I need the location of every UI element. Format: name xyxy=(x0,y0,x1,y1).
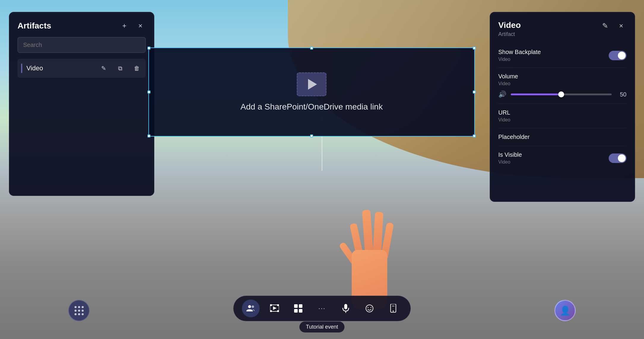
video-panel-titles: Video Artifact xyxy=(498,20,521,37)
svg-rect-6 xyxy=(270,310,272,312)
delete-artifact-button[interactable]: 🗑 xyxy=(131,63,142,74)
resize-handle-topright[interactable] xyxy=(473,47,476,50)
svg-rect-12 xyxy=(344,304,347,309)
resize-handle-bottomcenter[interactable] xyxy=(310,134,313,137)
edit-artifact-button[interactable]: ✎ xyxy=(98,63,109,74)
svg-rect-4 xyxy=(270,304,272,306)
volume-slider-row: 🔊 50 xyxy=(498,86,626,104)
close-icon: × xyxy=(619,22,623,30)
video-properties-panel: Video Artifact ✎ × Show Backplate Video … xyxy=(490,12,635,202)
is-visible-toggle[interactable] xyxy=(609,153,626,163)
resize-handle-bottomright[interactable] xyxy=(473,134,476,137)
is-visible-info: Is Visible Video xyxy=(498,151,522,165)
add-icon: + xyxy=(122,22,126,30)
resize-handle-bottomleft[interactable] xyxy=(147,134,150,137)
video-prompt-text: Add a SharePoint/OneDrive media link xyxy=(240,102,383,112)
toggle-slider-backplate xyxy=(609,51,626,60)
svg-rect-10 xyxy=(294,309,298,313)
bg-ground xyxy=(0,220,644,339)
resize-handle-topcenter[interactable] xyxy=(310,47,313,50)
artifact-list: Video ✎ ⧉ 🗑 xyxy=(18,59,146,78)
close-video-panel-button[interactable]: × xyxy=(616,20,626,31)
toolbar-film-button[interactable] xyxy=(266,300,283,317)
peoples-icon xyxy=(246,304,255,313)
toolbar-mic-button[interactable] xyxy=(337,300,355,317)
svg-rect-9 xyxy=(299,304,302,308)
svg-rect-7 xyxy=(277,310,279,312)
svg-marker-3 xyxy=(273,306,277,310)
hand-artwork xyxy=(340,205,399,309)
play-triangle-icon xyxy=(308,79,317,90)
avatar-button[interactable]: 👤 xyxy=(554,300,576,321)
video-panel-actions: ✎ × xyxy=(600,20,626,31)
is-visible-label: Is Visible xyxy=(498,151,522,158)
toolbar-emoji-button[interactable] xyxy=(361,300,378,317)
svg-point-0 xyxy=(248,305,251,308)
toolbar-more-button[interactable]: ··· xyxy=(313,300,331,317)
svg-rect-8 xyxy=(294,304,298,308)
volume-label-row: Volume Video xyxy=(498,68,626,86)
placeholder-info: Placeholder xyxy=(498,134,530,140)
svg-point-16 xyxy=(371,307,372,308)
volume-value: 50 xyxy=(616,91,626,98)
dot xyxy=(74,310,77,312)
copy-artifact-button[interactable]: ⧉ xyxy=(115,63,126,74)
artifact-item[interactable]: Video ✎ ⧉ 🗑 xyxy=(18,59,146,78)
dot xyxy=(78,306,80,308)
volume-sublabel: Video xyxy=(498,81,518,86)
bottom-toolbar: ··· xyxy=(233,296,411,321)
show-backplate-sublabel: Video xyxy=(498,57,541,62)
is-visible-property: Is Visible Video xyxy=(498,146,626,170)
apps-grid-icon xyxy=(72,304,86,318)
video-widget-frame: Add a SharePoint/OneDrive media link xyxy=(148,47,475,137)
show-backplate-info: Show Backplate Video xyxy=(498,49,541,62)
artifact-accent-bar xyxy=(21,64,22,73)
url-label: URL xyxy=(498,109,510,116)
dot xyxy=(74,306,77,308)
svg-point-18 xyxy=(393,311,394,312)
show-backplate-property: Show Backplate Video xyxy=(498,43,626,68)
resize-handle-midright[interactable] xyxy=(473,91,476,94)
volume-label: Volume xyxy=(498,73,518,80)
search-input[interactable] xyxy=(18,37,146,53)
artifacts-title: Artifacts xyxy=(18,21,51,31)
video-panel-title: Video xyxy=(498,20,521,30)
url-property: URL Video xyxy=(498,104,626,128)
layout-icon xyxy=(294,304,302,313)
resize-handle-midleft[interactable] xyxy=(147,91,150,94)
video-content: Add a SharePoint/OneDrive media link xyxy=(240,72,383,112)
dot xyxy=(78,310,80,312)
dot xyxy=(78,313,80,315)
tooltip-text: Tutorial event xyxy=(306,324,338,330)
resize-handle-topleft[interactable] xyxy=(147,47,150,50)
url-info: URL Video xyxy=(498,109,510,123)
svg-point-14 xyxy=(366,305,373,312)
volume-slider[interactable] xyxy=(511,94,612,95)
close-artifacts-button[interactable]: × xyxy=(135,20,146,31)
hand-finger-2 xyxy=(362,210,373,255)
edit-pencil-icon: ✎ xyxy=(602,22,608,30)
more-icon: ··· xyxy=(318,305,326,312)
placeholder-label: Placeholder xyxy=(498,134,530,140)
video-widget[interactable]: Add a SharePoint/OneDrive media link xyxy=(148,47,475,137)
svg-rect-5 xyxy=(277,304,279,306)
apps-button[interactable] xyxy=(68,300,90,321)
share-device-icon xyxy=(390,304,397,313)
dot xyxy=(82,310,84,312)
artifacts-header-actions: + × xyxy=(119,20,146,31)
hand-finger-3 xyxy=(373,212,383,255)
edit-video-button[interactable]: ✎ xyxy=(600,20,610,31)
toolbar-peoples-button[interactable] xyxy=(242,300,260,317)
video-panel-header: Video Artifact ✎ × xyxy=(498,20,626,37)
emoji-icon xyxy=(365,304,374,313)
svg-point-15 xyxy=(368,307,369,308)
add-artifact-button[interactable]: + xyxy=(119,20,130,31)
artifact-actions: ✎ ⧉ 🗑 xyxy=(98,63,142,74)
show-backplate-toggle[interactable] xyxy=(609,51,626,60)
toolbar-share-button[interactable] xyxy=(384,300,402,317)
volume-icon: 🔊 xyxy=(498,91,507,98)
toolbar-layout-button[interactable] xyxy=(289,300,307,317)
avatar-icon: 👤 xyxy=(560,305,571,316)
show-backplate-label: Show Backplate xyxy=(498,49,541,56)
film-icon xyxy=(270,304,279,313)
